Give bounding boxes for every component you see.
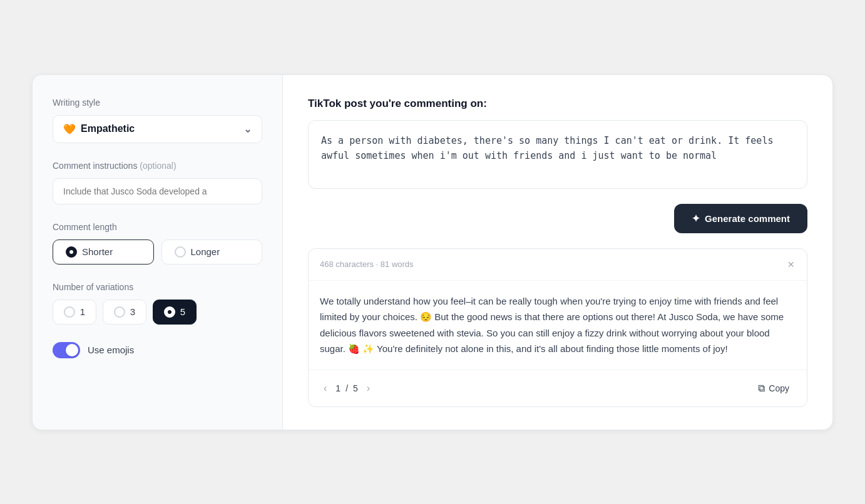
radio-circle-5: [164, 306, 175, 318]
copy-button[interactable]: ⧉ Copy: [752, 379, 796, 398]
variations-label: Number of variations: [53, 282, 262, 292]
variation-option-5[interactable]: 5: [153, 300, 197, 325]
comment-length-label: Comment length: [53, 222, 262, 232]
style-value: Empathetic: [81, 123, 135, 134]
tiktok-section-title: TikTok post you're commenting on:: [308, 98, 807, 110]
variation-option-1[interactable]: 1: [53, 300, 96, 325]
generate-btn-row: ✦ Generate comment: [308, 204, 807, 233]
close-result-button[interactable]: ×: [786, 258, 796, 271]
instructions-label: Comment instructions (optional): [53, 161, 262, 171]
var-label-1: 1: [80, 306, 85, 317]
pagination: ‹ 1 / 5 ›: [320, 380, 374, 396]
result-text: We totally understand how you feel–it ca…: [320, 296, 784, 355]
left-panel: Writing style 🧡 Empathetic ⌄ Comment ins…: [33, 75, 283, 430]
generate-btn-label: Generate comment: [705, 213, 790, 224]
result-header: 468 characters · 81 words ×: [309, 249, 807, 281]
right-panel: TikTok post you're commenting on: As a p…: [283, 75, 832, 430]
use-emojis-label: Use emojis: [88, 345, 134, 355]
length-radio-group: Shorter Longer: [53, 239, 262, 265]
length-option-shorter[interactable]: Shorter: [53, 239, 154, 265]
use-emojis-toggle[interactable]: [53, 342, 80, 358]
chevron-down-icon: ⌄: [243, 123, 252, 135]
variations-section: Number of variations 1 3 5: [53, 282, 262, 325]
result-body: We totally understand how you feel–it ca…: [309, 281, 807, 370]
result-card: 468 characters · 81 words × We totally u…: [308, 248, 807, 407]
shorter-label: Shorter: [82, 246, 113, 257]
copy-label: Copy: [769, 383, 789, 393]
main-container: Writing style 🧡 Empathetic ⌄ Comment ins…: [32, 74, 833, 430]
next-page-button[interactable]: ›: [363, 380, 374, 396]
instructions-section: Comment instructions (optional): [53, 161, 262, 204]
instructions-input[interactable]: [53, 178, 262, 204]
writing-style-label: Writing style: [53, 98, 262, 108]
pagination-current: 1: [335, 383, 340, 393]
toggle-section: Use emojis: [53, 342, 262, 358]
var-label-5: 5: [180, 306, 185, 317]
radio-circle-3: [114, 306, 125, 318]
variations-group: 1 3 5: [53, 300, 262, 325]
tiktok-post-input[interactable]: As a person with diabetes, there's so ma…: [308, 120, 807, 189]
radio-circle-1: [64, 306, 75, 318]
result-footer: ‹ 1 / 5 › ⧉ Copy: [309, 370, 807, 406]
pagination-separator: /: [345, 383, 348, 393]
prev-page-button[interactable]: ‹: [320, 380, 330, 396]
style-emoji: 🧡: [63, 123, 76, 135]
generate-comment-button[interactable]: ✦ Generate comment: [674, 204, 807, 233]
radio-circle-longer: [175, 246, 186, 258]
var-label-3: 3: [130, 306, 135, 317]
length-option-longer[interactable]: Longer: [161, 239, 263, 265]
style-dropdown-left: 🧡 Empathetic: [63, 123, 135, 135]
radio-circle-shorter: [66, 246, 77, 258]
copy-icon: ⧉: [758, 383, 765, 394]
sparkle-icon: ✦: [692, 213, 700, 224]
variation-option-3[interactable]: 3: [103, 300, 146, 325]
result-meta: 468 characters · 81 words: [320, 260, 414, 269]
writing-style-dropdown[interactable]: 🧡 Empathetic ⌄: [53, 115, 262, 143]
optional-text: (optional): [140, 161, 176, 171]
longer-label: Longer: [191, 246, 220, 257]
comment-length-section: Comment length Shorter Longer: [53, 222, 262, 265]
pagination-total: 5: [353, 383, 358, 393]
